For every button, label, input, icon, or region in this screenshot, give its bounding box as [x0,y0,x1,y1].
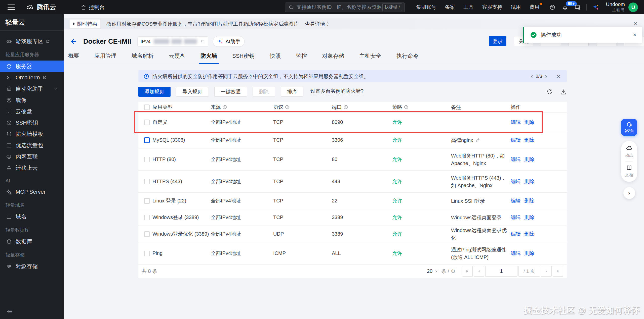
delete-link[interactable]: 删除 [524,178,534,185]
sidebar-item-automation[interactable]: 自动化助手 [0,83,64,94]
consult-button[interactable]: 咨询 [621,119,637,136]
info-icon[interactable] [343,105,348,110]
info-icon[interactable] [404,105,409,110]
copy-icon[interactable] [200,39,205,44]
nav-trial[interactable]: 试用 [511,4,521,11]
sidebar-item-orcaterm[interactable]: OrcaTerm [0,72,64,83]
refresh-icon[interactable] [546,88,553,95]
nav-tools[interactable]: 工具 [463,4,473,11]
news-button[interactable]: 动态 [625,145,633,158]
sidebar-item-domain[interactable]: 域名 [0,211,64,222]
tab-ssh-key[interactable]: SSH密钥 [231,52,256,64]
sidebar-item-object-storage[interactable]: 对象存储 [0,261,64,272]
notice-next-icon[interactable]: › [545,73,547,80]
edit-link[interactable]: 编辑 [511,137,521,143]
back-arrow-icon[interactable] [70,38,78,45]
delete-link[interactable]: 删除 [524,197,534,204]
sidebar-item-traffic-package[interactable]: 优选流量包 [0,140,64,151]
edit-link[interactable]: 编辑 [511,250,521,257]
row-checkbox[interactable] [144,157,150,162]
last-page-button[interactable] [553,266,563,277]
bell-icon[interactable]: 99+ [562,4,568,11]
ai-assistant-button[interactable]: AI助手 [213,36,245,47]
sidebar-item-cloud-disk[interactable]: 云硬盘 [0,106,64,117]
tab-overview[interactable]: 概要 [67,52,81,64]
sidebar-item-server[interactable]: 服务器 [0,61,64,72]
banner-close-icon[interactable]: × [633,21,637,27]
download-icon[interactable] [560,88,567,95]
row-checkbox[interactable] [144,231,150,237]
delete-link[interactable]: 删除 [524,231,534,237]
sidebar-item-intranet[interactable]: 内网互联 [0,151,64,162]
account-info[interactable]: Undoom 主账号 [606,1,625,13]
sort-button[interactable]: 排序 [281,87,303,97]
sidebar-item-firewall-template[interactable]: 防火墙模板 [0,128,64,140]
row-checkbox[interactable] [144,120,150,125]
info-icon[interactable] [285,105,290,110]
row-checkbox[interactable] [144,137,150,143]
sidebar-item-database[interactable]: 数据库 [0,236,64,247]
console-link[interactable]: 控制台 [80,4,105,11]
delete-link[interactable]: 删除 [524,156,534,163]
multi-instance-firewall-link[interactable]: 设置多台实例的防火墙? [310,88,364,96]
nav-group-account[interactable]: 集团账号 [416,4,436,11]
edit-link[interactable]: 编辑 [511,178,521,185]
row-checkbox[interactable] [144,198,150,204]
delete-link[interactable]: 删除 [524,250,534,257]
expand-panel-button[interactable]: › [623,187,635,199]
tab-snapshot[interactable]: 快照 [268,52,282,64]
search-input[interactable] [296,4,382,10]
ai-sparkle-icon[interactable] [592,4,599,11]
import-rules-button[interactable]: 导入规则 [176,87,209,97]
tab-app-management[interactable]: 应用管理 [93,52,118,64]
avatar[interactable]: U [628,3,638,12]
tab-object-storage[interactable]: 对象存储 [320,52,346,64]
select-all-checkbox[interactable] [144,104,150,110]
row-checkbox[interactable] [144,179,150,184]
docs-button[interactable]: 文档 [625,165,633,178]
delete-link[interactable]: 删除 [524,214,534,221]
add-rule-button[interactable]: 添加规则 [138,87,171,97]
notice-prev-icon[interactable]: ‹ [531,73,533,80]
edit-link[interactable]: 编辑 [511,197,521,204]
next-page-button[interactable] [541,266,552,277]
sidebar-item-ssh-key[interactable]: SSH密钥 [0,117,64,128]
tab-firewall[interactable]: 防火墙 [199,52,219,64]
row-checkbox[interactable] [144,215,150,220]
edit-link[interactable]: 编辑 [511,214,521,221]
edit-link[interactable]: 编辑 [511,231,521,237]
nav-support[interactable]: 客服支持 [482,4,502,11]
current-page-input[interactable]: 1 [485,266,517,277]
sidebar-item-mcp-server[interactable]: MCP Server [0,186,64,197]
edit-link[interactable]: 编辑 [511,156,521,163]
notice-close-icon[interactable]: × [557,73,560,79]
row-checkbox[interactable] [144,251,150,256]
tab-dns[interactable]: 域名解析 [130,52,155,64]
menu-icon[interactable] [8,5,15,10]
edit-link[interactable]: 编辑 [511,119,521,126]
sidebar-item-migration[interactable]: 迁移上云 [0,162,64,174]
page-size-select[interactable]: 20 条 / 页 [427,268,456,275]
nav-icp[interactable]: 备案 [445,4,455,11]
info-icon[interactable] [222,105,227,110]
login-button[interactable]: 登录 [489,36,506,46]
delete-button[interactable]: 删除 [253,87,275,97]
nav-billing[interactable]: 费用 [529,4,539,11]
sidebar-item-game-zone[interactable]: 游戏服专区 [0,36,64,47]
toast-close-icon[interactable]: × [633,32,636,38]
console-settings-icon[interactable] [574,4,581,11]
delete-link[interactable]: 删除 [524,119,534,126]
sidebar-item-images[interactable]: 镜像 [0,94,64,106]
sidebar-collapse-icon[interactable] [7,308,14,315]
global-search[interactable]: 快捷键 / [285,3,405,12]
tab-cloud-disk[interactable]: 云硬盘 [167,52,187,64]
edit-remark-icon[interactable] [475,138,480,143]
globe-icon[interactable] [549,4,556,11]
tab-host-security[interactable]: 主机安全 [358,52,383,64]
brand-logo[interactable]: 腾讯云 [26,3,56,11]
tab-run-command[interactable]: 执行命令 [395,52,420,64]
delete-link[interactable]: 删除 [524,137,534,143]
promo-detail-link[interactable]: 查看详情 〉 [305,21,332,27]
prev-page-button[interactable] [474,266,484,277]
first-page-button[interactable] [462,266,473,277]
